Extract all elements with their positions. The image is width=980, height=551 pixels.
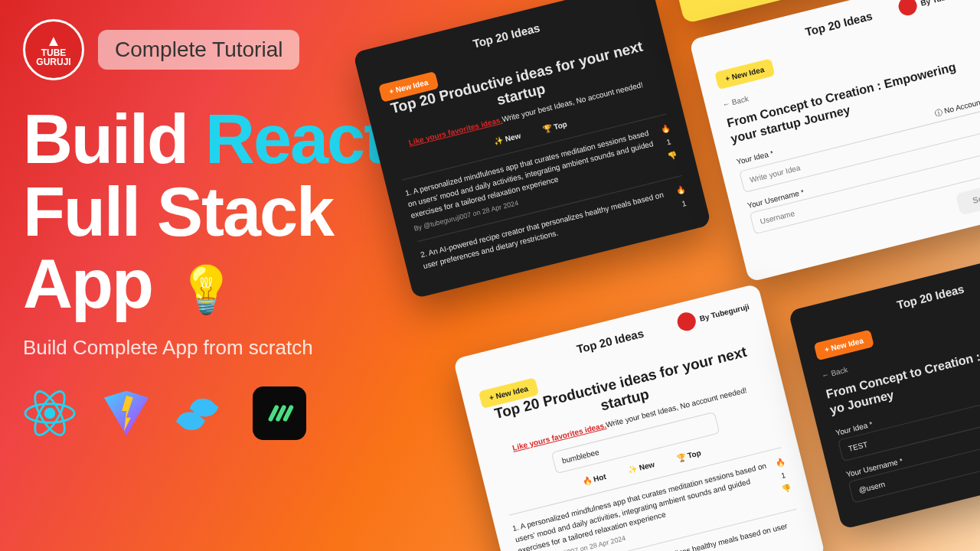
card-header: Top 20 Ideas [808,260,980,333]
vote-col[interactable]: 🔥1👎 [774,455,795,504]
vote-col[interactable]: 🔥1👎 [659,122,680,171]
tutorial-badge: Complete Tutorial [98,30,299,70]
vote-col[interactable]: 🔥1 [675,184,690,210]
tailwind-icon [176,386,230,440]
fire-icon: 🔥 [774,455,786,468]
react-icon [23,386,77,440]
svg-line-5 [278,407,284,419]
play-icon: ▲ [46,33,61,48]
logo-line2: GURUJI [36,57,70,67]
tag-new[interactable]: ✨ New [619,455,664,478]
tag-top[interactable]: 🏆 Top [668,444,710,466]
by-tubeguruji: By Tubeguruji [897,0,972,18]
subtitle: Build Complete App from scratch [23,336,390,360]
fire-icon: 🔥 [675,184,686,197]
mini-logo-icon [675,311,697,333]
svg-line-4 [271,407,277,419]
by-tubeguruji: By Tubeguruji [675,297,751,333]
lightbulb-icon: 💡 [178,264,234,315]
tag-hot[interactable]: 🔥 Hot [573,468,615,490]
hyper-icon [253,386,306,440]
card-light-form: By Tubeguruji Top 20 Ideas + New Idea ← … [689,0,980,282]
mini-logo-icon [897,0,919,18]
card-dark-ideas: Top 20 Ideas + New Idea Top 20 Productiv… [353,0,711,299]
cards-area: Top 20 Ideas + New Idea Top 20 Productiv… [285,0,980,551]
svg-line-6 [286,407,292,419]
card-dark-form: Top 20 Ideas + New Idea ← Back From Conc… [788,243,980,529]
tag-top[interactable]: 🏆 Top [534,116,576,138]
logo-badge: ▲ TUBE GURUJI [23,19,84,80]
vite-icon [100,386,153,440]
title-fullstack: Full Stack [23,174,333,250]
tag-new[interactable]: ✨ New [485,127,530,150]
svg-point-0 [45,409,54,418]
title-build: Build [23,101,205,178]
send-button[interactable]: Send ➤ [956,179,980,215]
fire-icon: 🔥 [659,122,671,135]
tech-row [23,386,390,440]
title-app: App [23,246,152,322]
card-light-ideas: By Tubeguruji Top 20 Ideas + New Idea To… [453,283,826,551]
